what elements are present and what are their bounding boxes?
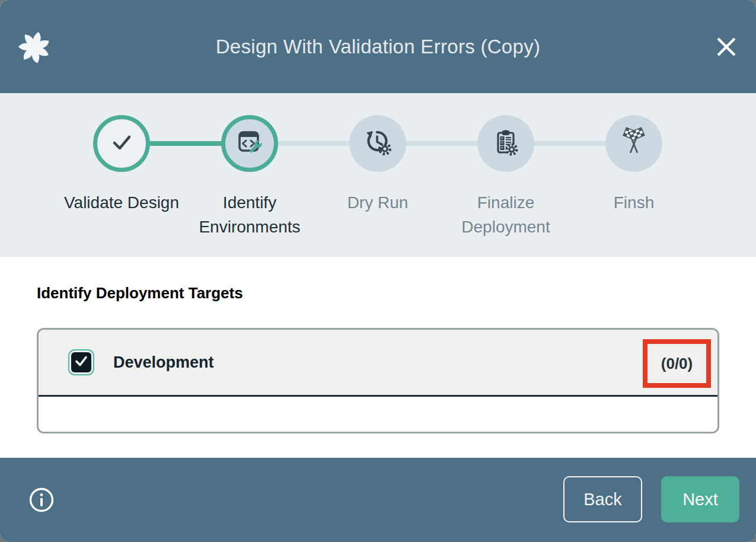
target-row-development[interactable]: Development (0/0)	[39, 330, 717, 397]
dialog-footer: Back Next	[0, 458, 756, 542]
step-label: Identify Environments	[190, 190, 310, 239]
annotation-highlight-box: (0/0)	[643, 339, 711, 388]
wizard-step-content: Identify Deployment Targets Development …	[0, 257, 756, 458]
next-button[interactable]: Next	[661, 476, 739, 522]
step-label: Finsh	[614, 190, 654, 215]
code-window-wrench-icon	[234, 127, 265, 160]
step-circle-upcoming[interactable]	[349, 115, 406, 172]
deployment-wizard-dialog: Design With Validation Errors (Copy)	[0, 0, 756, 542]
deployment-target-list: Development (0/0)	[37, 328, 719, 433]
step-dry-run[interactable]: Dry Run	[314, 93, 442, 239]
back-button[interactable]: Back	[563, 476, 642, 522]
wizard-stepper: Validate Design	[0, 93, 756, 257]
step-label: Validate Design	[64, 190, 179, 215]
page-title: Identify Deployment Targets	[37, 284, 243, 302]
step-finish[interactable]: Finsh	[570, 93, 698, 239]
info-icon	[28, 506, 55, 515]
step-label: Dry Run	[347, 190, 409, 215]
check-icon	[107, 127, 136, 160]
dialog-header: Design With Validation Errors (Copy)	[0, 0, 756, 93]
clipboard-gear-icon	[490, 127, 521, 160]
history-gear-icon	[362, 127, 393, 160]
target-count-badge: (0/0)	[661, 355, 693, 373]
close-icon	[714, 34, 739, 61]
step-validate-design[interactable]: Validate Design	[58, 93, 186, 239]
step-circle-current[interactable]	[221, 115, 278, 172]
step-label: Finalize Deployment	[446, 190, 566, 239]
step-identify-environments[interactable]: Identify Environments	[186, 93, 314, 239]
step-circle-completed[interactable]	[93, 115, 150, 172]
development-checkbox[interactable]	[71, 352, 91, 372]
info-button[interactable]	[28, 487, 55, 513]
dialog-title: Design With Validation Errors (Copy)	[0, 0, 756, 93]
checkmark-icon	[74, 353, 89, 371]
step-circle-upcoming[interactable]	[605, 115, 662, 172]
step-finalize-deployment[interactable]: Finalize Deployment	[442, 93, 570, 239]
stepper-steps: Validate Design	[58, 93, 698, 239]
target-label: Development	[113, 353, 214, 372]
checkered-flags-icon	[618, 126, 650, 161]
close-button[interactable]	[713, 34, 739, 60]
target-list-empty-area	[39, 397, 717, 433]
step-circle-upcoming[interactable]	[477, 115, 534, 172]
